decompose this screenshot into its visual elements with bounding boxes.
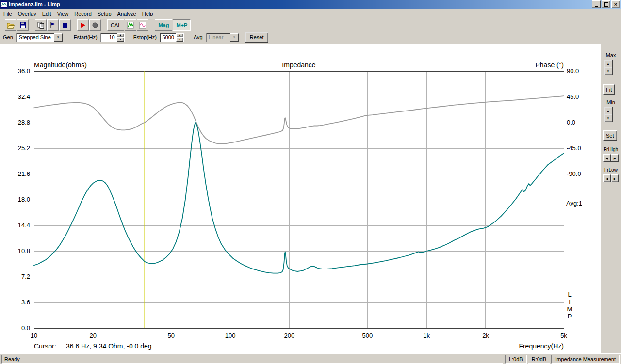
max-down-button[interactable]: ▼ [604, 67, 613, 75]
chevron-down-icon[interactable]: ▼ [54, 33, 63, 42]
phase-tick-label: 45.0 [567, 93, 579, 100]
pause-icon [61, 21, 69, 29]
mag-tick-label: 3.6 [21, 299, 30, 306]
menu-item-view[interactable]: View [54, 10, 72, 17]
reset-button[interactable]: Reset [245, 32, 269, 43]
magnitude-phase-view-button[interactable]: M+P [173, 19, 191, 31]
toolbar-main: CAL Mag M+P [0, 18, 621, 32]
window-title: impedanz.lim - Limp [7, 1, 591, 7]
spin-up-icon: ▲ [119, 34, 122, 36]
status-message: Ready [1, 355, 503, 364]
flag-icon [49, 21, 57, 29]
spin-down-icon: ▼ [607, 70, 610, 73]
fstart-down-button[interactable]: ▼ [117, 37, 124, 42]
fstop-down-button[interactable]: ▼ [176, 37, 183, 42]
averaging-combobox: Linear ▼ [206, 33, 239, 42]
set-button[interactable]: Set [603, 130, 617, 141]
fstart-up-button[interactable]: ▲ [117, 33, 124, 38]
calibrate-button[interactable]: CAL [107, 19, 124, 31]
record-stop-button[interactable] [89, 19, 101, 31]
menu-item-setup[interactable]: Setup [95, 10, 114, 17]
impedance-chart[interactable]: 36.032.428.825.221.618.014.410.87.23.60.… [0, 44, 601, 353]
floppy-icon [19, 21, 27, 29]
mag-tick-label: 14.4 [18, 222, 30, 229]
limp-logo-letter: P [568, 313, 572, 320]
chart-title: Impedance [282, 61, 315, 69]
phase-tick-label: -90.0 [567, 170, 581, 177]
statusbar: Ready L:0dB R:0dB Impedance Measurement [0, 353, 621, 364]
record-start-button[interactable] [77, 19, 89, 31]
arrow-right-icon: ▶ [614, 177, 616, 180]
sine-view-button[interactable] [137, 19, 148, 31]
frhigh-left-button[interactable]: ◀ [603, 154, 611, 162]
limp-logo-letter: L [568, 291, 571, 298]
record-circle-icon [91, 21, 99, 29]
open-file-button[interactable] [5, 19, 16, 31]
mag-tick-label: 0.0 [21, 324, 30, 332]
freq-tick-label: 20 [90, 332, 97, 339]
mag-tick-label: 25.2 [18, 144, 30, 152]
fstop-value[interactable]: 5000 [160, 33, 176, 42]
fstart-value[interactable]: 10 [101, 33, 117, 42]
mag-tick-label: 36.0 [18, 67, 30, 75]
chart-region: 36.032.428.825.221.618.014.410.87.23.60.… [0, 44, 600, 353]
phase-tick-label: 0.0 [567, 119, 575, 126]
fstop-up-button[interactable]: ▲ [176, 33, 183, 38]
toolbar-generator: Gen Stepped Sine ▼ Fstart(Hz) 10 ▲ ▼ Fst… [0, 31, 621, 44]
save-button[interactable] [17, 19, 29, 31]
mag-tick-label: 21.6 [18, 170, 30, 177]
gen-label: Gen [3, 34, 13, 40]
mag-tick-label: 7.2 [21, 273, 30, 280]
app-icon[interactable] [1, 1, 7, 8]
right-axis-title: Phase (°) [535, 61, 564, 69]
phase-curve [34, 96, 564, 144]
copy-button[interactable] [35, 19, 47, 31]
green-waveform-icon [127, 21, 134, 29]
copy-icon [37, 21, 45, 29]
generator-type-value: Stepped Sine [17, 33, 54, 42]
chart-scale-panel: Max ▲ ▼ Fit Min ▲ ▼ Set FrHigh ◀ ▶ FrLow… [600, 44, 621, 353]
frlow-right-button[interactable]: ▶ [611, 174, 619, 182]
generator-type-combobox[interactable]: Stepped Sine ▼ [16, 33, 63, 42]
spin-down-icon: ▼ [179, 38, 181, 41]
menu-item-record[interactable]: Record [71, 10, 94, 17]
magnitude-curve [34, 123, 564, 273]
maximize-button[interactable] [602, 0, 610, 8]
max-label: Max [601, 52, 621, 58]
phase-tick-label: -45.0 [567, 144, 581, 152]
minimize-button[interactable] [592, 0, 601, 8]
menu-item-analyze[interactable]: Analyze [114, 10, 139, 17]
magnitude-view-button[interactable]: Mag [155, 19, 172, 31]
fit-button[interactable]: Fit [603, 84, 615, 95]
menu-item-file[interactable]: File [0, 10, 15, 17]
mag-tick-label: 28.8 [18, 119, 30, 126]
pause-button[interactable] [59, 19, 71, 31]
marker-button[interactable] [47, 19, 59, 31]
avg-indicator: Avg:1 [566, 200, 582, 207]
frlow-label: FrLow [601, 167, 621, 173]
frhigh-right-button[interactable]: ▶ [611, 154, 619, 162]
min-down-button[interactable]: ▼ [604, 114, 613, 122]
chevron-down-icon: ▼ [230, 33, 239, 42]
menu-item-help[interactable]: Help [139, 10, 156, 17]
arrow-left-icon: ◀ [606, 157, 608, 160]
arrow-right-icon: ▶ [614, 157, 616, 160]
close-button[interactable]: × [611, 0, 620, 8]
menubar: File Overlay Edit View Record Setup Anal… [0, 9, 621, 18]
folder-icon [7, 21, 15, 29]
left-axis-title: Magnitude(ohms) [34, 61, 87, 69]
fstop-stepper[interactable]: 5000 ▲ ▼ [160, 33, 184, 42]
mag-tick-label: 10.8 [18, 247, 30, 254]
titlebar: impedanz.lim - Limp × [0, 0, 621, 9]
spin-up-icon: ▲ [607, 63, 610, 65]
fstart-stepper[interactable]: 10 ▲ ▼ [100, 33, 125, 42]
menu-item-edit[interactable]: Edit [39, 10, 54, 17]
app-window: impedanz.lim - Limp × File Overlay Edit … [0, 0, 621, 364]
signal-record-button[interactable] [125, 19, 136, 31]
fstop-label: Fstop(Hz) [133, 34, 157, 40]
frlow-left-button[interactable]: ◀ [603, 174, 611, 182]
spin-down-icon: ▼ [607, 117, 610, 120]
mag-tick-label: 32.4 [18, 93, 30, 100]
frhigh-label: FrHigh [601, 147, 621, 152]
menu-item-overlay[interactable]: Overlay [15, 10, 39, 17]
